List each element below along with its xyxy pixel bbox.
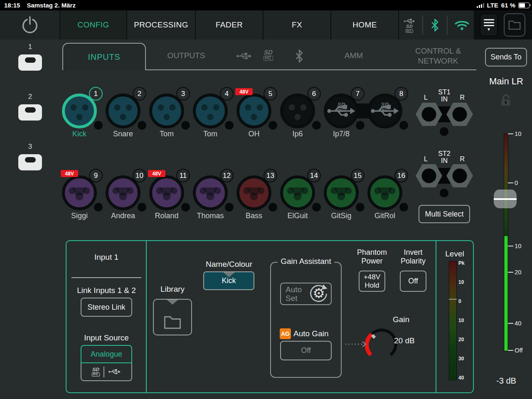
- level-scale-label: 10: [458, 318, 464, 323]
- picker-notch: [223, 272, 235, 277]
- auto-gain-toggle[interactable]: Off: [280, 341, 332, 360]
- link-inputs-label: Link Inputs 1 & 2: [67, 286, 145, 295]
- stereo-link-button[interactable]: Stereo Link: [81, 298, 132, 317]
- name-colour-button[interactable]: Kick: [203, 271, 254, 290]
- phantom-power-button[interactable]: +48V Hold: [359, 271, 385, 292]
- usb-icon: [334, 113, 349, 120]
- main-fader-cap[interactable]: [494, 190, 517, 208]
- fader-scale-label: 0: [515, 179, 518, 186]
- network-type: LTE: [487, 2, 498, 9]
- soft-key-3[interactable]: [18, 154, 42, 170]
- jack-sockets: [414, 102, 475, 126]
- tab-usb-icon[interactable]: [236, 52, 252, 60]
- right-jack-label: R: [460, 155, 465, 163]
- input-channel-16[interactable]: 16GitRol: [362, 169, 408, 224]
- latch-hole: [399, 203, 408, 212]
- stereo-input-st1[interactable]: ST1INLR: [414, 89, 475, 138]
- xlr-connector-face: [239, 96, 268, 126]
- wifi-icon[interactable]: [455, 20, 469, 31]
- tab-bluetooth-icon[interactable]: [294, 49, 304, 63]
- st-label: ST2IN: [414, 150, 475, 164]
- level-meter: [449, 261, 457, 380]
- folder-icon: [164, 315, 181, 330]
- sdhc-icon: SDHC: [92, 367, 100, 377]
- bus-name: Main LR: [481, 76, 532, 87]
- status-bar: 18:15 Samstag 2. März LTE 61 %: [0, 0, 532, 10]
- multi-select-button[interactable]: Multi Select: [419, 205, 470, 223]
- tab-sdhc-icon[interactable]: SDHC: [264, 49, 273, 61]
- level-scale-label: 20: [458, 337, 464, 342]
- nav-tab-fader[interactable]: FADER: [196, 10, 263, 39]
- phantom-48v-badge: 48V: [148, 170, 165, 177]
- latch-hole: [440, 189, 448, 197]
- nav-tab-home[interactable]: HOME: [331, 10, 398, 39]
- input-channel-7[interactable]: SDHC7Ip7/8: [318, 87, 364, 142]
- combo-connector-face: [327, 178, 356, 207]
- nav-status-icons: SDHC: [399, 10, 474, 39]
- bluetooth-icon[interactable]: [430, 19, 440, 32]
- soft-key-1[interactable]: [18, 54, 42, 71]
- fader-scale-label: 10: [515, 130, 522, 137]
- nav-tab-config[interactable]: CONFIG: [60, 10, 126, 39]
- power-icon: [20, 15, 39, 34]
- gain-assistant-title: Gain Assistant: [270, 257, 342, 266]
- nav-tab-processing[interactable]: PROCESSING: [127, 10, 195, 39]
- panel-divider: [436, 241, 436, 392]
- usb-icon: [377, 113, 392, 120]
- fader-tick: [508, 323, 513, 324]
- invert-polarity-label: Invert Polarity: [392, 248, 434, 266]
- latch-hole: [399, 121, 408, 130]
- invert-polarity-button[interactable]: Off: [400, 271, 426, 292]
- usb-sd-status: SDHC: [404, 17, 415, 33]
- nav-tab-fx[interactable]: FX: [264, 10, 330, 39]
- files-button[interactable]: [504, 13, 525, 37]
- xlr-connector-face: [108, 96, 138, 126]
- battery-icon: [518, 2, 530, 8]
- power-button[interactable]: [0, 10, 59, 39]
- gain-label: Gain: [384, 315, 418, 324]
- left-jack-label: L: [424, 94, 428, 101]
- combo-connector-face: [370, 178, 399, 207]
- date: Samstag 2. März: [27, 2, 76, 9]
- sends-to-button[interactable]: Sends To: [485, 48, 527, 66]
- phantom-48v-badge: 48V: [235, 88, 253, 95]
- main-fader-meter: [504, 133, 508, 351]
- unlock-icon[interactable]: [499, 92, 513, 109]
- picker-notch: [167, 300, 178, 305]
- level-scale-label: 40: [458, 375, 464, 381]
- usb-icon: [404, 17, 415, 23]
- fader-tick: [508, 133, 513, 134]
- tab-row-divider: [146, 69, 476, 70]
- main-fader-value: -3 dB: [481, 376, 532, 386]
- source-media-option[interactable]: SDHC: [81, 363, 132, 381]
- channel-number: 8: [394, 87, 408, 101]
- fader-scale-label: 40: [515, 320, 522, 327]
- level-scale-label: Pk: [458, 260, 465, 266]
- level-scale-label: 0: [458, 298, 461, 304]
- tab-amm[interactable]: AMM: [333, 51, 374, 60]
- fader-tick: [508, 246, 513, 246]
- source-analogue-option[interactable]: Analogue: [81, 345, 132, 363]
- usb-icon: [108, 369, 121, 375]
- input-source-label: Input Source: [69, 333, 144, 342]
- xlr-connector-face: [65, 96, 94, 126]
- tab-control-network[interactable]: CONTROL & NETWORK: [406, 46, 470, 66]
- combo-connector-face: [239, 178, 268, 207]
- menu-button[interactable]: ▼: [480, 13, 498, 37]
- stereo-input-st2[interactable]: ST2INLR: [414, 150, 475, 199]
- level-scale-label: 10: [458, 279, 464, 285]
- tab-inputs[interactable]: INPUTS: [62, 43, 146, 70]
- fader-tick: [508, 272, 513, 273]
- library-button[interactable]: [153, 299, 192, 335]
- tab-outputs[interactable]: OUTPUTS: [163, 51, 209, 60]
- jack-sockets: [414, 164, 475, 188]
- auto-gain-label: Auto Gain: [293, 329, 329, 338]
- phantom-power-label: Phantom Power: [351, 248, 393, 266]
- combo-connector-face: [108, 178, 138, 207]
- soft-key-2[interactable]: [18, 104, 42, 121]
- input-channel-8[interactable]: SDHC8: [362, 87, 408, 142]
- auto-set-button[interactable]: Auto Set ⚙: [280, 283, 332, 305]
- zero-tick: [449, 299, 457, 300]
- st-label: ST1IN: [414, 89, 475, 103]
- input-source-selector: Analogue SDHC: [81, 345, 132, 381]
